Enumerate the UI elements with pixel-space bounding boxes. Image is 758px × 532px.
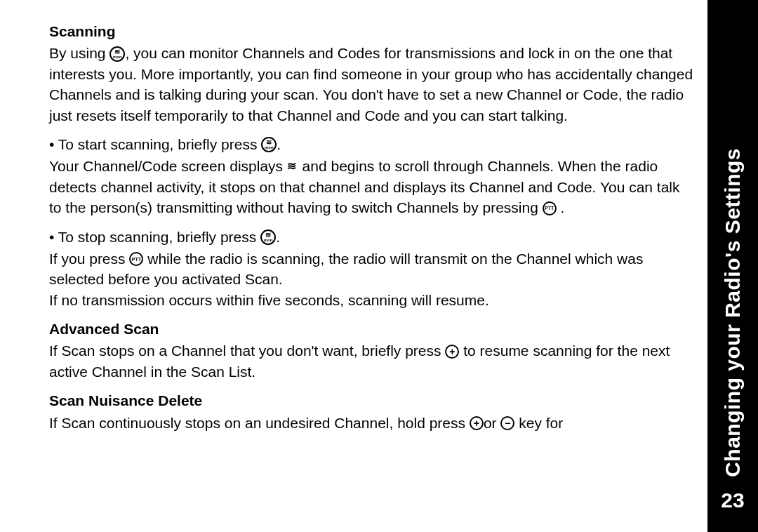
minus-icon: − (500, 416, 514, 430)
ptt-icon: PTT (129, 252, 143, 266)
text: Your Channel/Code screen displays (49, 158, 287, 174)
scan-mon-icon: ≋mon (261, 137, 277, 152)
page-number: 23 (721, 488, 744, 512)
sidebar: Changing your Radio's Settings 23 (707, 0, 758, 532)
text: or (484, 415, 501, 431)
text: By using (49, 45, 109, 61)
scan-mon-icon: ≋mon (260, 230, 276, 245)
para-advanced-scan: If Scan stops on a Channel that you don'… (49, 340, 693, 382)
bullet-stop-scanning: • To stop scanning, briefly press ≋mon. (49, 227, 693, 247)
para-scanning-intro: By using ≋mon, you can monitor Channels … (49, 43, 693, 126)
heading-nuisance-delete: Scan Nuisance Delete (49, 390, 693, 411)
para-scanning-detail1: Your Channel/Code screen displays ≋ and … (49, 156, 693, 218)
para-scanning-detail3: If no transmission occurs within five se… (49, 290, 693, 310)
text: . (557, 199, 565, 215)
text: . (277, 136, 281, 152)
text: key for (514, 415, 563, 431)
heading-advanced-scan: Advanced Scan (49, 319, 693, 339)
para-scanning-detail2: If you press PTT while the radio is scan… (49, 248, 693, 290)
text: If you press (49, 251, 129, 267)
zigzag-icon: ≋ (287, 159, 294, 174)
text: , you can monitor Channels and Codes for… (49, 45, 693, 123)
text: . (276, 229, 280, 245)
text: • To stop scanning, briefly press (49, 229, 260, 245)
plus-icon: + (470, 416, 484, 430)
scan-mon-icon: ≋mon (109, 46, 125, 62)
ptt-icon: PTT (543, 201, 557, 215)
bullet-start-scanning: • To start scanning, briefly press ≋mon. (49, 134, 693, 154)
sidebar-title: Changing your Radio's Settings (721, 148, 745, 477)
heading-scanning: Scanning (49, 21, 693, 41)
page-content: Scanning By using ≋mon, you can monitor … (0, 0, 707, 532)
para-nuisance-delete: If Scan continuously stops on an undesir… (49, 413, 693, 433)
text: If Scan continuously stops on an undesir… (49, 415, 470, 431)
text: • To start scanning, briefly press (49, 136, 261, 152)
text: If Scan stops on a Channel that you don'… (49, 343, 445, 359)
plus-icon: + (445, 345, 459, 359)
